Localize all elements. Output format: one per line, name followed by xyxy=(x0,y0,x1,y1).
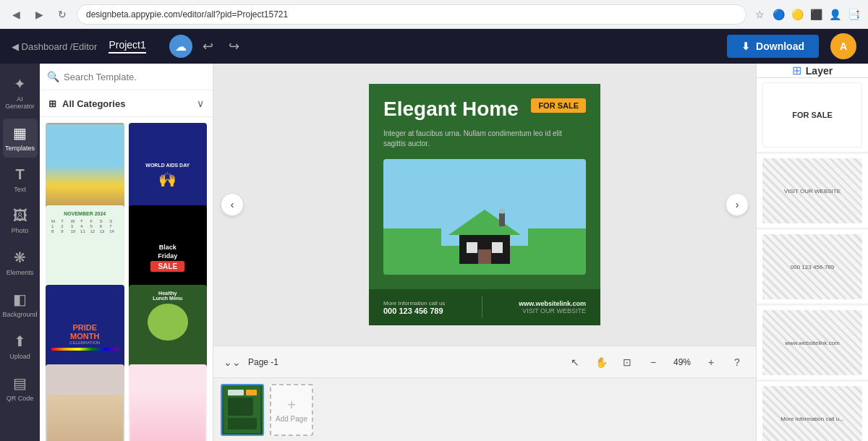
browser-forward-btn[interactable]: ▶ xyxy=(30,6,48,23)
phone-thumb-label: 000 123 456-789 xyxy=(788,261,838,273)
jewelry-image xyxy=(47,395,123,441)
aids-template-label: WORLD AIDS DAY xyxy=(145,163,190,168)
download-icon: ⬇ xyxy=(741,40,750,52)
layer-item-info[interactable]: More information call u... xyxy=(757,382,868,441)
sorry-image xyxy=(130,390,206,441)
sidebar-label-upload: Upload xyxy=(9,353,30,360)
layer-thumb-www: www.websitelink.com xyxy=(762,310,862,375)
templates-grid: TRAVEL WORLD AIDS DAY 🙌 NOVEMBER 2024 MT… xyxy=(40,117,213,441)
search-icon: 🔍 xyxy=(47,71,59,82)
page-thumb-inner-1 xyxy=(222,385,263,434)
bookmark-star-icon[interactable]: ☆ xyxy=(752,7,767,22)
browser-bar: ◀ ▶ ↻ designbeta.appypie.com/editor/all?… xyxy=(0,0,868,29)
search-input[interactable] xyxy=(64,72,205,82)
page-thumb-svg xyxy=(224,386,260,433)
svg-rect-4 xyxy=(467,242,477,253)
bf-friday-label: Friday xyxy=(158,252,177,260)
ext3-icon[interactable]: ⬛ xyxy=(809,7,823,22)
url-text: designbeta.appypie.com/editor/all?pid=Pr… xyxy=(86,9,288,20)
pride-sub: CELEBRATION xyxy=(69,341,100,345)
zoom-level: 49% xyxy=(669,357,695,367)
layer-thumb-for-sale: FOR SALE xyxy=(762,82,862,147)
right-panel: ⊞ Layer FOR SALE VISIT OUR WEBSITE 000 1… xyxy=(756,64,868,441)
house-svg xyxy=(441,202,528,275)
svg-rect-6 xyxy=(478,249,491,264)
footer-phone: 000 123 456 789 xyxy=(383,307,445,315)
sidebar-item-background[interactable]: ◧ Background xyxy=(3,285,38,324)
template-sorry[interactable]: So sorry for your loss xyxy=(129,364,208,441)
hand-tool-btn[interactable]: ✋ xyxy=(591,352,611,372)
canvas-toolbar: ⌄⌄ Page -1 ↖ ✋ ⊡ − 49% + ? xyxy=(213,346,756,377)
sidebar-label-templates: Templates xyxy=(5,145,35,152)
sidebar-item-ai-generator[interactable]: ✦ AI Generator xyxy=(3,69,38,116)
template-jewelry[interactable] xyxy=(46,364,124,441)
layer-thumb-info: More information call u... xyxy=(762,386,862,441)
svg-rect-13 xyxy=(228,418,257,429)
layer-item-visit-website[interactable]: VISIT OUR WEBSITE xyxy=(757,154,868,228)
canvas-nav-right-btn[interactable]: › xyxy=(726,193,749,216)
redo-button[interactable]: ↪ xyxy=(224,36,244,56)
sidebar-item-text[interactable]: T Text xyxy=(3,160,38,199)
download-label: Download xyxy=(756,40,804,52)
categories-label: All Categories xyxy=(62,98,125,109)
grid-icon: ⊞ xyxy=(48,98,56,109)
categories-dropdown[interactable]: ⊞ All Categories ∨ xyxy=(40,90,213,117)
nav-back-link[interactable]: ◀ Dashboard /Editor xyxy=(12,41,97,52)
header-controls: ☁ ↩ ↪ xyxy=(169,35,244,58)
chevron-down-icon: ∨ xyxy=(197,98,204,109)
sidebar-label-qr: QR Code xyxy=(7,395,34,402)
sidebar-item-elements[interactable]: ❋ Elements xyxy=(3,243,38,282)
page-thumbnails: + Add Page xyxy=(213,377,756,441)
sidebar-item-upload[interactable]: ⬆ Upload xyxy=(3,327,38,366)
sidebar-label-ai: AI Generator xyxy=(5,95,35,110)
browser-back-btn[interactable]: ◀ xyxy=(7,6,25,23)
layer-thumb-visit: VISIT OUR WEBSITE xyxy=(762,158,862,223)
project-tab[interactable]: Project1 xyxy=(109,39,145,53)
crop-tool-btn[interactable]: ⊡ xyxy=(617,352,637,372)
design-title: Elegant Home xyxy=(383,98,519,121)
design-description: Integer at faucibus urna. Nullam condime… xyxy=(383,129,586,149)
ext1-icon[interactable]: 🔵 xyxy=(771,7,786,22)
add-page-btn[interactable]: + Add Page xyxy=(270,384,313,436)
zoom-in-btn[interactable]: + xyxy=(701,352,721,372)
browser-reload-btn[interactable]: ↻ xyxy=(54,6,71,23)
for-sale-badge: FOR SALE xyxy=(531,98,586,113)
cloud-save-btn[interactable]: ☁ xyxy=(169,35,192,58)
app-header: ◀ Dashboard /Editor Project1 ☁ ↩ ↪ ⬇ Dow… xyxy=(0,29,868,64)
undo-button[interactable]: ↩ xyxy=(198,36,218,56)
pride-title: PRIDEMONTH xyxy=(70,323,99,341)
svg-rect-5 xyxy=(492,242,503,253)
help-btn[interactable]: ? xyxy=(727,352,747,372)
layer-icon: ⊞ xyxy=(792,64,801,77)
layer-thumb-phone: 000 123 456-789 xyxy=(762,234,862,299)
all-bookmarks-icon[interactable]: 📑 xyxy=(846,7,861,22)
elements-icon: ❋ xyxy=(14,249,26,266)
user-avatar[interactable]: A xyxy=(830,33,856,59)
bf-black-label: Black xyxy=(159,244,176,251)
url-bar[interactable]: designbeta.appypie.com/editor/all?pid=Pr… xyxy=(77,4,746,25)
layer-item-for-sale[interactable]: FOR SALE xyxy=(757,78,868,153)
ext2-icon[interactable]: 🟡 xyxy=(790,7,804,22)
sidebar-item-photo[interactable]: 🖼 Photo xyxy=(3,202,38,240)
page-label: Page -1 xyxy=(248,357,278,367)
sidebar-label-background: Background xyxy=(2,311,37,318)
layer-item-phone[interactable]: 000 123 456-789 xyxy=(757,230,868,304)
info-thumb-label: More information call u... xyxy=(778,413,847,425)
footer-call-label: More Information call us xyxy=(383,300,445,307)
user-icon[interactable]: 👤 xyxy=(827,7,842,22)
canvas-nav-left-btn[interactable]: ‹ xyxy=(221,193,244,216)
cursor-tool-btn[interactable]: ↖ xyxy=(565,352,585,372)
canvas-main[interactable]: ‹ Elegant Home FOR SALE Integer at fauci… xyxy=(213,64,756,346)
layer-item-www[interactable]: www.websitelink.com xyxy=(757,306,868,380)
calendar-template-label: NOVEMBER 2024 xyxy=(64,211,106,216)
sidebar-item-templates[interactable]: ▦ Templates xyxy=(3,119,38,158)
page-thumb-1[interactable] xyxy=(221,384,264,436)
sidebar-item-qr-code[interactable]: ▤ QR Code xyxy=(3,369,38,408)
download-button[interactable]: ⬇ Download xyxy=(727,35,819,58)
www-thumb-label: www.websitelink.com xyxy=(782,337,843,349)
zoom-out-btn[interactable]: − xyxy=(643,352,663,372)
design-card[interactable]: Elegant Home FOR SALE Integer at faucibu… xyxy=(369,84,600,326)
lunch-food-image xyxy=(148,304,188,341)
expand-btn[interactable]: ⌄⌄ xyxy=(222,352,242,372)
pride-rainbow xyxy=(51,348,119,351)
